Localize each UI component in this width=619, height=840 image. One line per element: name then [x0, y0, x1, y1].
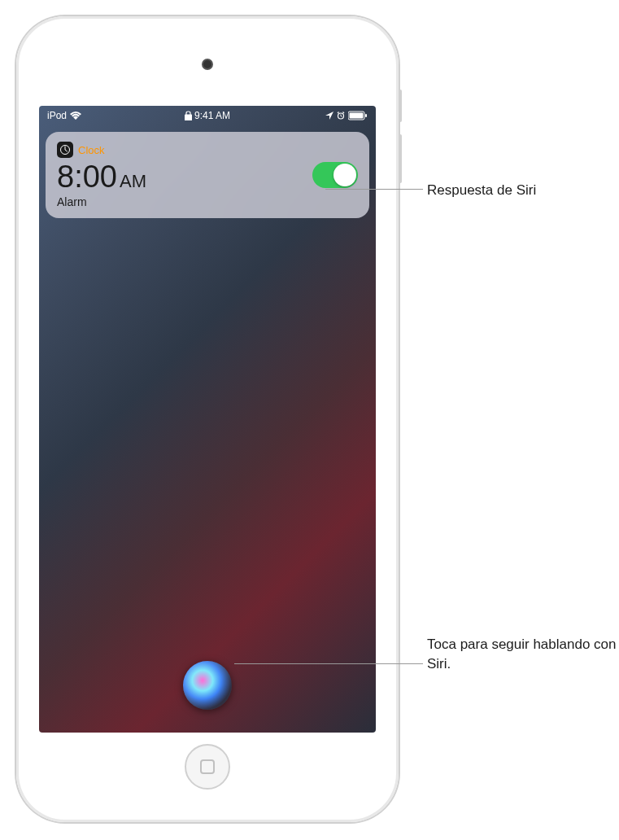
alarm-label: Alarm: [57, 195, 146, 208]
status-time: 9:41 AM: [194, 110, 230, 121]
callout-line: [234, 663, 423, 664]
svg-rect-3: [350, 113, 364, 119]
status-left: iPod: [47, 110, 81, 121]
notification-content: Clock 8:00 AM Alarm: [57, 142, 146, 208]
device-bezel: iPod 9:41 AM: [24, 24, 390, 814]
alarm-toggle[interactable]: [312, 162, 358, 188]
alarm-time-ampm: AM: [120, 173, 146, 190]
status-right: [325, 111, 368, 120]
screen: iPod 9:41 AM: [39, 106, 376, 733]
alarm-time-value: 8:00: [57, 161, 117, 192]
sleep-wake-button[interactable]: [399, 90, 402, 122]
status-bar: iPod 9:41 AM: [39, 106, 376, 125]
battery-icon: [348, 111, 368, 120]
alarm-notification-card[interactable]: Clock 8:00 AM Alarm: [46, 132, 369, 218]
home-button[interactable]: [185, 744, 230, 790]
callout-siri-response: Respuesta de Siri: [427, 181, 536, 200]
volume-button[interactable]: [399, 134, 402, 183]
notification-app-name: Clock: [78, 144, 105, 156]
device-label: iPod: [47, 110, 67, 121]
svg-rect-0: [185, 115, 192, 120]
alarm-status-icon: [337, 112, 345, 120]
status-center: 9:41 AM: [185, 110, 230, 121]
lock-icon: [185, 111, 192, 120]
alarm-time: 8:00 AM: [57, 161, 146, 192]
device-frame: iPod 9:41 AM: [16, 16, 399, 822]
callout-line: [325, 189, 423, 190]
clock-app-icon: [57, 142, 73, 158]
siri-orb-button[interactable]: [183, 661, 232, 710]
svg-rect-4: [365, 114, 367, 117]
wifi-icon: [70, 112, 81, 120]
toggle-knob: [333, 164, 356, 186]
callout-tap-continue: Toca para seguir hablando con Siri.: [427, 635, 619, 674]
home-button-indicator: [200, 759, 215, 774]
notification-header: Clock: [57, 142, 146, 158]
location-icon: [325, 112, 333, 120]
front-camera: [202, 59, 213, 70]
